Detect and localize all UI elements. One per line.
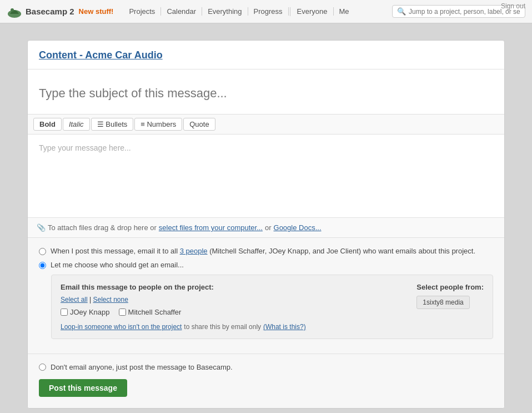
email-option-2-row: Let me choose who should get an email...: [39, 261, 493, 269]
person-1-checkbox[interactable]: [61, 308, 68, 316]
content-card: Content - Acme Car Audio Bold Italic ☰ B…: [27, 40, 505, 409]
subject-area: [28, 69, 504, 115]
bullets-button[interactable]: ☰ Bullets: [91, 118, 134, 131]
nav-everyone[interactable]: Everyone: [292, 7, 334, 16]
main-nav: Projects Calendar Everything Progress Ev…: [123, 7, 354, 16]
person-1-label[interactable]: JOey Knapp: [61, 308, 110, 316]
post-message-button[interactable]: Post this message: [39, 379, 127, 397]
new-stuff-badge[interactable]: New stuff!: [79, 7, 114, 16]
attach-area: 📎 To attach files drag & drop here or se…: [28, 218, 504, 238]
nav-calendar[interactable]: Calendar: [161, 7, 202, 16]
numbers-icon: ≡: [140, 120, 147, 128]
subpanel-right: Select people from: 1sixty8 media: [416, 283, 484, 331]
search-icon: 🔍: [397, 7, 406, 16]
nav-separator: [290, 7, 290, 16]
top-nav: Basecamp 2 New stuff! Projects Calendar …: [0, 0, 532, 23]
attach-text: To attach files drag & drop here or: [48, 223, 157, 232]
what-is-this-link[interactable]: (What is this?): [263, 323, 306, 331]
logo-area: Basecamp 2 New stuff!: [7, 4, 113, 19]
person-2-name: Mitchell Schaffer: [128, 308, 182, 316]
no-email-label[interactable]: Don't email anyone, just post the messag…: [51, 363, 233, 371]
email-options: When I post this message, email it to al…: [28, 238, 504, 354]
email-option-1-suffix: (Mitchell Schaffer, JOey Knapp, and Joe …: [209, 247, 475, 255]
editor-toolbar: Bold Italic ☰ Bullets ≡ Numbers Quote: [28, 115, 504, 135]
email-option-1-prefix: When I post this message, email it to al…: [51, 247, 178, 255]
bold-button[interactable]: Bold: [33, 118, 62, 131]
nav-left: Basecamp 2 New stuff! Projects Calendar …: [7, 4, 355, 19]
loop-in-normal: to share this by email only: [184, 323, 261, 331]
quote-button[interactable]: Quote: [183, 118, 215, 131]
numbers-button[interactable]: ≡ Numbers: [134, 118, 182, 131]
subpanel-heading-left: Email this message to people on the proj…: [61, 283, 400, 291]
basecamp-logo-icon: [7, 4, 22, 19]
person-2-label[interactable]: Mitchell Schaffer: [119, 308, 182, 316]
page-wrapper: Content - Acme Car Audio Bold Italic ☰ B…: [16, 40, 516, 409]
attach-or-text: or: [265, 223, 272, 232]
message-area[interactable]: Type your message here...: [28, 135, 504, 218]
italic-button[interactable]: Italic: [63, 118, 90, 131]
subject-input[interactable]: [39, 86, 493, 101]
submit-area: Don't email anyone, just post the messag…: [28, 354, 504, 408]
person-1-name: JOey Knapp: [70, 308, 110, 316]
select-none-link[interactable]: Select none: [93, 296, 128, 303]
card-header: Content - Acme Car Audio: [28, 41, 504, 69]
nav-everything[interactable]: Everything: [202, 7, 248, 16]
google-docs-link[interactable]: Google Docs...: [274, 223, 322, 232]
email-option-1-label[interactable]: When I post this message, email it to al…: [51, 247, 475, 255]
email-option-1-radio[interactable]: [39, 248, 46, 255]
bullets-icon: ☰: [97, 120, 106, 128]
select-links: Select all | Select none: [61, 296, 400, 303]
group-tag[interactable]: 1sixty8 media: [416, 296, 469, 309]
person-2-checkbox[interactable]: [119, 308, 126, 316]
select-all-link[interactable]: Select all: [61, 296, 88, 303]
people-checkboxes: JOey Knapp Mitchell Schaffer: [61, 308, 400, 316]
no-email-radio[interactable]: [39, 364, 46, 371]
subpanel-heading-right: Select people from:: [416, 283, 484, 291]
3-people-link[interactable]: 3 people: [180, 247, 208, 255]
nav-me[interactable]: Me: [334, 7, 355, 16]
loop-in-link[interactable]: Loop-in someone who isn't on the project: [61, 323, 182, 331]
subpanel-left: Email this message to people on the proj…: [61, 283, 400, 331]
app-name: Basecamp 2: [26, 7, 74, 16]
sign-out-link[interactable]: Sign out: [501, 2, 525, 10]
message-placeholder: Type your message here...: [39, 143, 131, 152]
no-email-option-row: Don't email anyone, just post the messag…: [39, 363, 493, 371]
svg-point-1: [11, 8, 14, 12]
select-files-link[interactable]: select files from your computer...: [159, 223, 263, 232]
card-title: Content - Acme Car Audio: [39, 49, 163, 61]
email-option-1-row: When I post this message, email it to al…: [39, 247, 493, 255]
email-option-2-radio[interactable]: [39, 262, 46, 269]
email-option-2-label[interactable]: Let me choose who should get an email...: [51, 261, 184, 269]
nav-progress[interactable]: Progress: [248, 7, 289, 16]
loop-in-row: Loop-in someone who isn't on the project…: [61, 322, 400, 331]
email-subpanel: Email this message to people on the proj…: [51, 275, 493, 339]
nav-projects[interactable]: Projects: [123, 7, 161, 16]
paperclip-icon: 📎: [37, 223, 46, 232]
